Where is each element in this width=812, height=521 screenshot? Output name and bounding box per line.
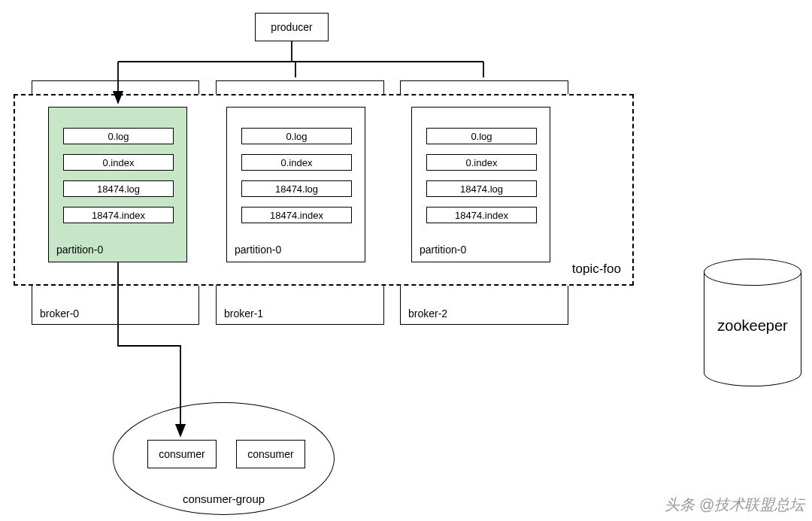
partition-0-label: partition-0 — [56, 244, 103, 256]
p0-file-2: 18474.log — [63, 180, 174, 197]
p2-file-0: 0.log — [426, 128, 537, 144]
consumer-0-label: consumer — [159, 448, 205, 460]
p0-file-1: 0.index — [63, 154, 174, 171]
zookeeper-label: zookeeper — [704, 317, 801, 335]
p0-file-0: 0.log — [63, 128, 174, 144]
consumer-0-box: consumer — [147, 440, 217, 468]
producer-label: producer — [271, 21, 312, 33]
p1-file-1: 0.index — [241, 154, 352, 171]
zookeeper-cylinder: zookeeper — [704, 259, 801, 386]
p1-file-0: 0.log — [241, 128, 352, 144]
watermark-text: 头条 @技术联盟总坛 — [665, 495, 804, 515]
producer-box: producer — [255, 13, 329, 41]
partition-2-label: partition-0 — [420, 244, 466, 256]
p1-file-3: 18474.index — [241, 207, 352, 223]
consumer-group-label: consumer-group — [183, 492, 265, 505]
p1-file-2: 18474.log — [241, 180, 352, 197]
p2-file-3: 18474.index — [426, 207, 537, 223]
p0-file-3: 18474.index — [63, 207, 174, 223]
consumer-1-label: consumer — [247, 448, 293, 460]
p2-file-1: 0.index — [426, 154, 537, 171]
broker-1-label: broker-1 — [224, 307, 263, 320]
broker-0-label: broker-0 — [40, 307, 79, 320]
consumer-1-box: consumer — [236, 440, 305, 468]
topic-label: topic-foo — [572, 262, 621, 277]
p2-file-2: 18474.log — [426, 180, 537, 197]
partition-1-label: partition-0 — [235, 244, 281, 256]
broker-2-label: broker-2 — [408, 307, 447, 320]
